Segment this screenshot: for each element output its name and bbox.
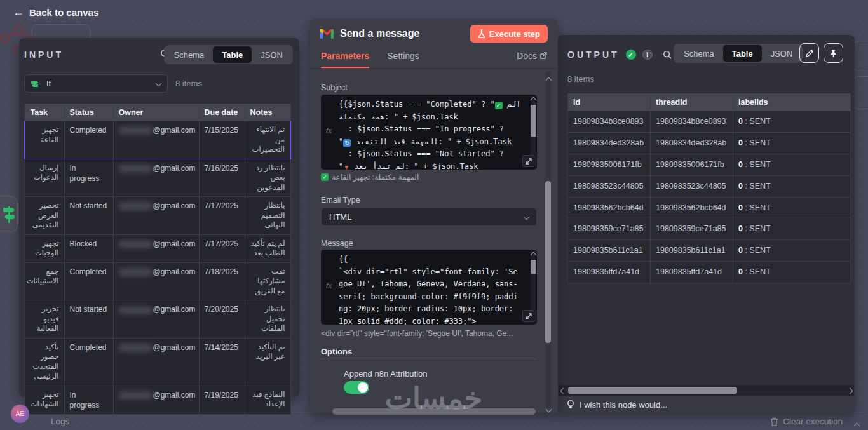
subject-preview-text: المهمة مكتملة: تجهيز القاعة	[332, 173, 419, 182]
input-node-selector[interactable]: If	[24, 74, 168, 93]
panel-scrollbar-thumb[interactable]	[545, 181, 551, 343]
pin-output-button[interactable]	[824, 43, 843, 63]
view-tab-json[interactable]: JSON	[252, 46, 292, 63]
info-icon[interactable]: i	[642, 50, 653, 60]
output-hscrollbar[interactable]	[559, 385, 854, 396]
node-title: Send a message	[340, 28, 464, 39]
input-table-row[interactable]: تجهيز الشهاداتIn progress@gmail.com7/19/…	[25, 386, 290, 414]
cell-id: 19809835ffd7a41d	[568, 262, 651, 283]
scroll-up-icon[interactable]	[546, 74, 552, 85]
if-node-on-canvas[interactable]	[0, 196, 18, 232]
cell-owner: @gmail.com	[113, 159, 199, 197]
tab-parameters[interactable]: Parameters	[321, 51, 369, 68]
lightbulb-icon	[567, 400, 574, 410]
input-table-row[interactable]: تجهيز الوجباتBlocked@gmail.com7/17/2025ل…	[25, 234, 290, 262]
code-line: {{$json.Status === "Completed" ? "✓ الم	[339, 98, 528, 111]
output-table-row[interactable]: 19809834ded328ab19809834ded328ab0 : SENT	[568, 132, 851, 154]
code-line: goe UI', Tahoma, Geneva, Verdana, sans-	[339, 278, 528, 291]
message-label: Message	[321, 239, 353, 248]
search-icon[interactable]	[663, 50, 672, 60]
output-table-row[interactable]: 198098359ce71a85198098359ce71a850 : SENT	[568, 218, 851, 240]
column-header-notes: Notes	[245, 104, 290, 121]
expression-fx-indicator: fx	[326, 126, 332, 135]
cell-threadid: 19809835ffd7a41d	[651, 262, 733, 283]
view-tab-table[interactable]: Table	[723, 45, 762, 62]
cell-due-date: 7/19/2025	[199, 386, 245, 414]
message-expression-editor[interactable]: fx {{`<div dir="rtl" style="font-family:…	[321, 250, 537, 325]
expand-editor-icon[interactable]	[522, 155, 534, 167]
view-tab-schema[interactable]: Schema	[675, 45, 723, 62]
collapse-logs-icon[interactable]	[855, 419, 859, 430]
cell-labelids: 0 : SENT	[733, 175, 851, 197]
back-to-canvas-button[interactable]: ← Back to canvas	[13, 6, 98, 18]
view-tab-schema[interactable]: Schema	[165, 46, 214, 63]
redacted-name	[119, 344, 152, 351]
cell-labelids: 0 : SENT	[733, 218, 851, 240]
redacted-name	[119, 307, 152, 314]
input-table-row[interactable]: تجهيز القاعةCompleted@gmail.com7/15/2025…	[25, 121, 290, 159]
node-feedback-link[interactable]: I wish this node would...	[558, 396, 855, 413]
expand-editor-icon[interactable]	[522, 310, 534, 322]
scroll-right-icon[interactable]	[845, 387, 854, 394]
cell-threadid: 198098359ce71a85	[651, 218, 733, 240]
clear-execution-button[interactable]: Clear execution	[770, 417, 843, 426]
output-table-row[interactable]: 19809835ffd7a41d19809835ffd7a41d0 : SENT	[568, 262, 851, 283]
column-header-status: Status	[64, 104, 113, 121]
redacted-name	[119, 203, 152, 210]
output-table-row[interactable]: 19809834b8ce089319809834b8ce08930 : SENT	[568, 111, 851, 133]
execute-step-button[interactable]: Execute step	[470, 25, 548, 43]
panel-scrollbar-track[interactable]	[545, 72, 551, 408]
input-table-row[interactable]: جمع الاستبياناتCompleted@gmail.com7/18/2…	[25, 262, 290, 300]
view-tab-json[interactable]: JSON	[762, 45, 802, 62]
cell-threadid: 1980983523c44805	[651, 175, 733, 197]
tab-settings[interactable]: Settings	[387, 51, 419, 67]
message-preview: <div dir="rtl" style="font-family: 'Sego…	[321, 329, 540, 338]
output-table-row[interactable]: 1980983523c448051980983523c448050 : SENT	[568, 175, 851, 197]
input-table-row[interactable]: تحرير فيديو الفعاليةNot started@gmail.co…	[25, 300, 290, 339]
email-type-select[interactable]: HTML	[321, 208, 537, 226]
output-table-row[interactable]: 19809835b611c1a119809835b611c1a10 : SENT	[568, 240, 851, 262]
logs-toggle[interactable]: Logs	[51, 417, 69, 426]
scroll-left-icon[interactable]	[559, 387, 567, 394]
gmail-icon	[320, 29, 334, 39]
cell-due-date: 7/14/2025	[199, 338, 245, 386]
output-table: idthreadIdlabelIds 19809834b8ce089319809…	[567, 93, 851, 283]
cell-labelids: 0 : SENT	[733, 111, 851, 133]
input-node-selector-value: If	[46, 79, 151, 88]
options-divider	[321, 359, 537, 359]
cell-status: Not started	[64, 197, 113, 235]
watermark-text: خمسات	[365, 381, 502, 415]
output-table-row[interactable]: 19809835006171fb19809835006171fb0 : SENT	[568, 154, 851, 175]
cell-status: In progress	[64, 386, 113, 414]
output-table-row[interactable]: 1980983562bcb64d1980983562bcb64d0 : SENT	[568, 197, 851, 218]
filter-icon	[31, 81, 37, 86]
column-header-threadid: threadId	[651, 94, 733, 111]
column-header-owner: Owner	[113, 104, 199, 121]
cell-id: 19809835b611c1a1	[568, 240, 651, 262]
cell-owner: @gmail.com	[113, 234, 199, 262]
input-table: TaskStatusOwnerDue dateNotes تجهيز القاع…	[24, 104, 291, 415]
cell-notes: تم الانتهاء من التحضيرات	[245, 121, 290, 159]
edit-output-button[interactable]	[799, 43, 819, 63]
code-line: serif; background-color: #f9f9f9; paddi	[339, 291, 528, 304]
input-panel: INPUT SchemaTableJSON If 8 items TaskSta…	[19, 38, 299, 397]
attribution-label: Append n8n Attribution	[344, 369, 428, 379]
cell-id: 19809834ded328ab	[568, 132, 651, 154]
code-line: {{	[339, 253, 528, 266]
cell-due-date: 7/17/2025	[199, 197, 245, 235]
output-hscrollbar-thumb[interactable]	[568, 387, 737, 394]
scroll-down-icon[interactable]	[546, 403, 552, 414]
view-tab-table[interactable]: Table	[213, 46, 252, 63]
input-table-row[interactable]: تحضير العرض التقديميNot started@gmail.co…	[25, 197, 290, 235]
docs-link[interactable]: Docs	[517, 51, 547, 67]
input-table-row[interactable]: إرسال الدعواتIn progress@gmail.com7/16/2…	[25, 159, 290, 197]
code-line: : $json.Status === "In progress" ?	[339, 123, 528, 136]
trash-icon	[770, 417, 778, 426]
subject-expression-editor[interactable]: fx {{$json.Status === "Completed" ? "✓ ا…	[321, 95, 537, 170]
subject-preview: ✓ المهمة مكتملة: تجهيز القاعة	[321, 173, 540, 182]
input-table-row[interactable]: تأكيد حضور المتحدث الرئيسيCompleted@gmai…	[25, 338, 290, 386]
cell-labelids: 0 : SENT	[733, 197, 851, 218]
back-label: Back to canvas	[29, 7, 98, 18]
avatar[interactable]: AE	[11, 405, 29, 423]
cell-owner: @gmail.com	[113, 262, 199, 300]
